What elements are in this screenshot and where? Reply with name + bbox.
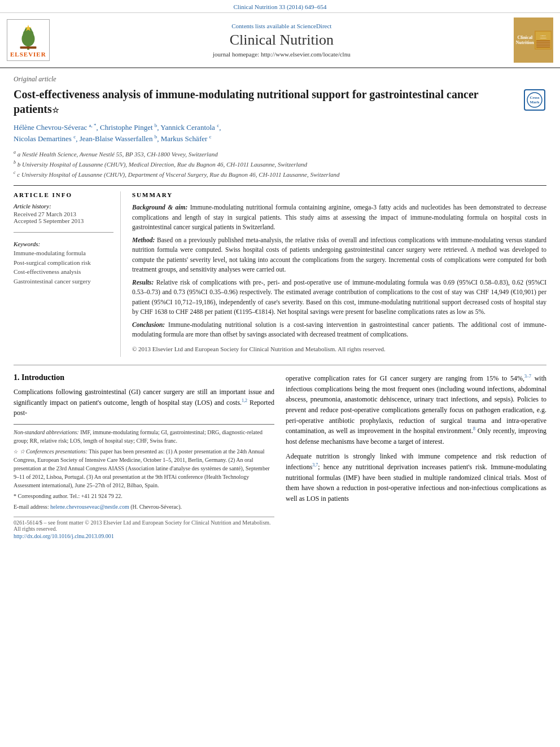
svg-rect-4	[20, 46, 36, 49]
summary-background: Background & aim: Immune-modulating nutr…	[132, 203, 546, 232]
journal-title: Clinical Nutrition	[55, 32, 508, 49]
corresponding-note: * Corresponding author. Tel.: +41 21 924…	[14, 492, 274, 500]
citation-text: Clinical Nutrition 33 (2014) 649–654	[234, 3, 327, 10]
keyword-4: Gastrointestinal cancer surgery	[14, 277, 113, 286]
sciencedirect-link[interactable]: Contents lists available at ScienceDirec…	[55, 23, 508, 29]
intro-paragraph-right-2: Adequate nutrition is strongly linked wi…	[286, 451, 546, 504]
journal-header: ELSEVIER Contents lists available at Sci…	[0, 13, 560, 68]
email-address[interactable]: helene.chevrouseveac@nestle.com	[50, 504, 129, 510]
svg-text:Cross: Cross	[530, 95, 540, 100]
svg-text:Mark: Mark	[530, 100, 539, 104]
issn-text: 0261-5614/$ – see front matter © 2013 El…	[14, 519, 274, 532]
elsevier-tree-icon	[11, 23, 45, 51]
keywords-list: Immune-modulating formula Post-surgical …	[14, 248, 113, 286]
authors: Hélène Chevrou-Séverac a, *, Christophe …	[14, 122, 546, 145]
footnotes: Non-standard abbreviations: IMF, immune-…	[14, 424, 274, 512]
summary-results: Results: Relative risk of complications …	[132, 278, 546, 317]
affiliations: a a Nestlé Health Science, Avenue Nestlé…	[14, 149, 546, 180]
copyright-text: © 2013 Elsevier Ltd and European Society…	[132, 344, 546, 354]
journal-center-block: Contents lists available at ScienceDirec…	[55, 23, 508, 58]
main-right-col: operative complication rates for GI canc…	[286, 373, 546, 539]
article-title: Cost-effectiveness analysis of immune-mo…	[14, 87, 518, 116]
email-note: E-mail address: helene.chevrouseveac@nes…	[14, 503, 274, 511]
article-info-summary: ARTICLE INFO Article history: Received 2…	[14, 185, 546, 357]
main-content: 1. Introduction Complications following …	[14, 373, 546, 539]
background-label: Background & aim:	[132, 204, 187, 211]
intro-paragraph-right-1: operative complication rates for GI canc…	[286, 373, 546, 447]
introduction-title: 1. Introduction	[14, 373, 274, 382]
summary-heading: SUMMARY	[132, 191, 546, 198]
citation-bar: Clinical Nutrition 33 (2014) 649–654	[0, 0, 560, 13]
article-history: Article history: Received 27 March 2013 …	[14, 203, 113, 224]
article-type: Original article	[14, 75, 546, 84]
abbreviations-label: Non-standard abbreviations:	[14, 429, 79, 435]
received-date: Received 27 March 2013	[14, 211, 113, 217]
cover-svg-icon: Clinical Nutrition	[535, 23, 552, 57]
method-label: Method:	[132, 237, 155, 243]
keywords-label: Keywords:	[14, 241, 113, 247]
keyword-1: Immune-modulating formula	[14, 248, 113, 258]
conclusion-label: Conclusion:	[132, 321, 165, 328]
journal-cover-image: Clinical Nutrition Clinical Nutrition	[514, 18, 553, 63]
keyword-2: Post-surgical complication risk	[14, 258, 113, 268]
doi-link[interactable]: http://dx.doi.org/10.1016/j.clnu.2013.09…	[14, 533, 274, 539]
elsevier-brand-text: ELSEVIER	[10, 51, 46, 58]
keywords-section: Keywords: Immune-modulating formula Post…	[14, 241, 113, 286]
bottom-bar: 0261-5614/$ – see front matter © 2013 El…	[14, 517, 274, 539]
article-body: Original article Cost-effectiveness anal…	[0, 68, 560, 546]
article-info-heading: ARTICLE INFO	[14, 191, 113, 198]
results-label: Results:	[132, 279, 154, 286]
info-divider	[14, 232, 113, 233]
article-info-panel: ARTICLE INFO Article history: Received 2…	[14, 191, 121, 357]
article-title-row: Cost-effectiveness analysis of immune-mo…	[14, 87, 546, 116]
main-divider	[14, 365, 546, 365]
svg-text:Nutrition: Nutrition	[540, 37, 546, 39]
svg-rect-10	[536, 40, 550, 48]
keyword-3: Cost-effectiveness analysis	[14, 267, 113, 277]
abbreviations-note: Non-standard abbreviations: IMF, immune-…	[14, 428, 274, 445]
summary-method: Method: Based on a previously published …	[132, 235, 546, 274]
cover-title: Clinical Nutrition	[515, 35, 535, 45]
svg-text:Clinical: Clinical	[540, 35, 545, 37]
summary-panel: SUMMARY Background & aim: Immune-modulat…	[132, 191, 546, 357]
conferences-label: ☆ Conferences presentations:	[20, 448, 88, 455]
elsevier-logo: ELSEVIER	[7, 19, 50, 61]
history-label: Article history:	[14, 203, 113, 209]
crossmark-badge[interactable]: Cross Mark	[524, 89, 546, 111]
intro-paragraph-1: Complications following gastrointestinal…	[14, 387, 274, 418]
crossmark-icon: Cross Mark	[526, 91, 543, 108]
star-icon: ☆	[14, 449, 18, 455]
accepted-date: Accepted 5 September 2013	[14, 217, 113, 224]
conferences-note: ☆ ☆ Conferences presentations: This pape…	[14, 447, 274, 490]
main-left-col: 1. Introduction Complications following …	[14, 373, 274, 539]
summary-conclusion: Conclusion: Immune-modulating nutritiona…	[132, 320, 546, 340]
journal-url: journal homepage: http://www.elsevier.co…	[55, 51, 508, 58]
summary-text: Background & aim: Immune-modulating nutr…	[132, 203, 546, 353]
